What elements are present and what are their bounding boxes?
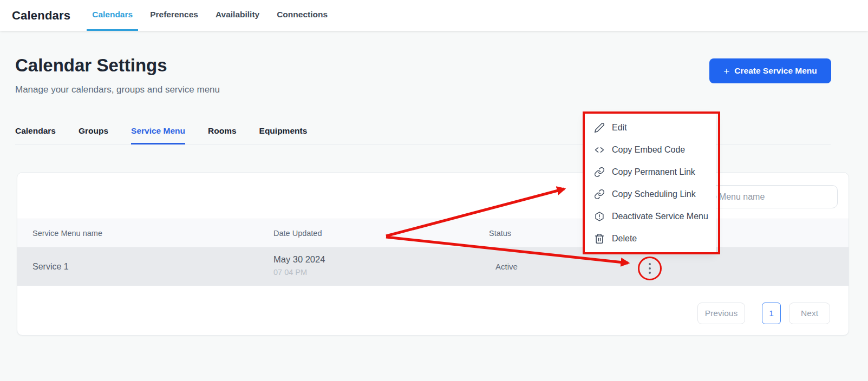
menu-item-label: Copy Scheduling Link <box>612 189 696 199</box>
top-tab-preferences[interactable]: Preferences <box>145 0 204 31</box>
subtab-rooms[interactable]: Rooms <box>208 126 237 144</box>
menu-item-delete[interactable]: Delete <box>585 227 716 249</box>
top-tabs: Calendars Preferences Availability Conne… <box>87 0 340 31</box>
subtab-equipments[interactable]: Equipments <box>259 126 308 144</box>
menu-item-copy-scheduling-link[interactable]: Copy Scheduling Link <box>585 183 716 205</box>
menu-item-copy-permanent-link[interactable]: Copy Permanent Link <box>585 161 716 183</box>
link-icon <box>594 189 605 200</box>
subtab-service-menu[interactable]: Service Menu <box>131 126 185 144</box>
top-tab-connections[interactable]: Connections <box>271 0 333 31</box>
app-title: Calendars <box>12 9 70 23</box>
context-menu: Edit Copy Embed Code Copy Permanent Link… <box>585 114 716 252</box>
table-row[interactable]: Service 1 May 30 2024 07 04 PM Active <box>17 247 849 286</box>
pencil-icon <box>594 122 605 133</box>
create-service-menu-label: Create Service Menu <box>734 66 817 76</box>
menu-item-label: Edit <box>612 123 627 133</box>
alert-hexagon-icon <box>594 211 605 222</box>
menu-item-label: Copy Embed Code <box>612 145 685 155</box>
plus-icon: + <box>723 66 729 76</box>
top-navbar: Calendars Calendars Preferences Availabi… <box>0 0 868 31</box>
link-icon <box>594 167 605 178</box>
menu-item-label: Copy Permanent Link <box>612 167 695 177</box>
trash-icon <box>594 233 605 244</box>
date-updated-cell: May 30 2024 <box>273 254 325 265</box>
page-subtitle: Manage your calendars, groups and servic… <box>15 84 220 95</box>
subtab-groups[interactable]: Groups <box>79 126 108 144</box>
page-title: Calendar Settings <box>15 55 167 76</box>
previous-page-button[interactable]: Previous <box>697 303 745 324</box>
page-number-button[interactable]: 1 <box>762 303 781 324</box>
menu-item-edit[interactable]: Edit <box>585 116 716 139</box>
column-header-service-menu-name: Service Menu name <box>32 219 102 248</box>
kebab-highlight-circle <box>638 257 662 280</box>
create-service-menu-button[interactable]: + Create Service Menu <box>709 58 831 83</box>
code-icon <box>594 144 605 155</box>
top-tab-availability[interactable]: Availability <box>210 0 265 31</box>
subtab-calendars[interactable]: Calendars <box>15 126 56 144</box>
menu-item-deactivate-service-menu[interactable]: Deactivate Service Menu <box>585 205 716 227</box>
next-page-button[interactable]: Next <box>789 303 830 324</box>
calendar-settings-page: Calendars Calendars Preferences Availabi… <box>0 0 868 381</box>
kebab-menu-icon[interactable] <box>647 261 653 276</box>
time-updated-cell: 07 04 PM <box>273 268 307 277</box>
top-tab-calendars[interactable]: Calendars <box>87 0 138 31</box>
menu-item-label: Deactivate Service Menu <box>612 212 708 221</box>
column-header-status: Status <box>489 219 511 248</box>
menu-item-label: Delete <box>612 234 637 244</box>
menu-item-copy-embed-code[interactable]: Copy Embed Code <box>585 139 716 161</box>
service-menu-name-cell: Service 1 <box>32 247 69 286</box>
status-cell: Active <box>495 247 518 286</box>
table-header-row: Service Menu name Date Updated Status <box>17 219 849 247</box>
column-header-date-updated: Date Updated <box>273 219 322 248</box>
